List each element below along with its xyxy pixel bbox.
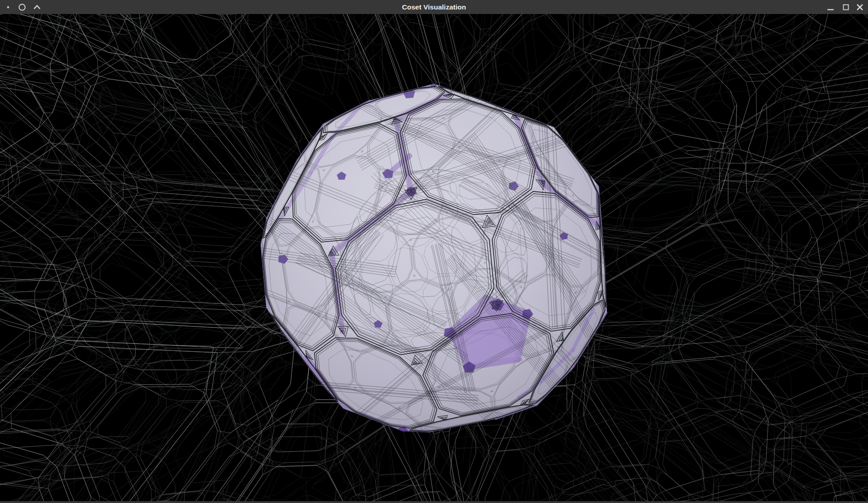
svg-text:Coset Visualization: Coset Visualization bbox=[402, 3, 466, 11]
